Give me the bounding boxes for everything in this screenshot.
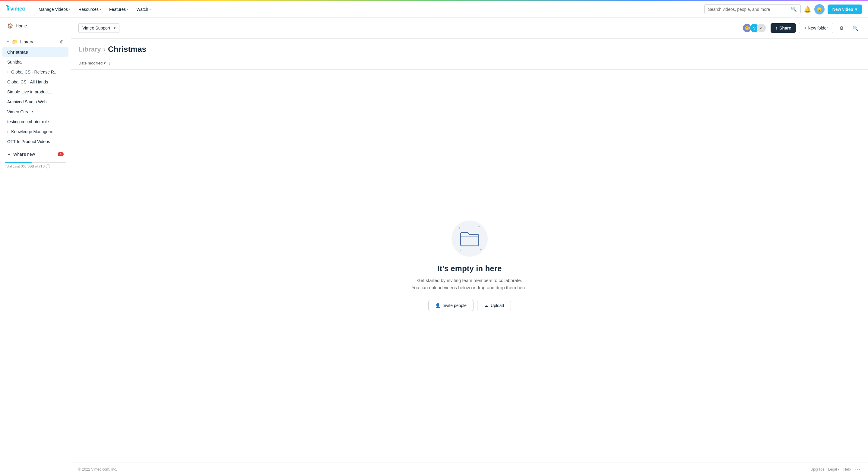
manage-videos-chevron-icon: ▾ [69,7,70,11]
library-collapse-chevron-icon: ▾ [7,40,9,43]
sidebar-item-archived-studio[interactable]: Archived Studio Webi... [2,97,68,107]
storage-section: Total Limit 308.3GB of 7TB i [0,159,71,170]
sidebar-item-global-cs-release[interactable]: › Global CS - Release R... [2,67,68,77]
legal-chevron-icon: ▾ [838,467,840,472]
sort-direction-icon[interactable]: ↓ [108,61,111,65]
sidebar-item-sunitha[interactable]: Sunitha [2,57,68,67]
top-nav: vimeo Manage Videos ▾ Resources ▾ Featur… [0,1,868,18]
knowledge-mgmt-chevron-icon: › [7,130,8,133]
main-topbar: Vimeo Support ▾ 😊 V 20 ↑ Share + New fol… [71,18,868,39]
footer-copyright: © 2022 Vimeo.com, Inc. [79,467,117,472]
breadcrumb: Library › Christmas [79,44,861,54]
list-view-icon[interactable]: ≡ [858,60,861,66]
footer-upgrade-link[interactable]: Upgrade [811,467,825,472]
search-icon: 🔍 [852,25,858,31]
main-footer: © 2022 Vimeo.com, Inc. Upgrade Legal ▾ H… [71,462,868,476]
sidebar-item-vimeo-create[interactable]: Vimeo Create [2,107,68,116]
search-input[interactable] [708,7,791,12]
sidebar-whats-new[interactable]: ✦ What's new 4 [2,149,68,159]
empty-folder-illustration: ✦ ✦ ✦ · [452,220,488,257]
footer-legal-link[interactable]: Legal ▾ [828,467,840,472]
user-avatar[interactable]: 😊 [814,4,825,14]
search-button[interactable]: 🔍 [850,23,861,33]
features-chevron-icon: ▾ [127,7,128,11]
main-content: Vimeo Support ▾ 😊 V 20 ↑ Share + New fol… [71,18,868,476]
folder-header: Library › Christmas [71,39,868,57]
app-body: 🏠 Home ▾ 📁 Library ⊕ Christmas Sunitha › [0,18,868,476]
empty-text-line2: You can upload videos below or drag and … [412,284,528,291]
avatar-group: 😊 V 20 [742,23,766,33]
new-video-chevron-icon: ▾ [855,7,857,12]
empty-text-line1: Get started by inviting team members to … [417,277,522,284]
sidebar-item-home[interactable]: 🏠 Home [2,21,68,31]
sidebar-item-simple-live[interactable]: Simple Live in product... [2,87,68,97]
empty-state: ✦ ✦ ✦ · It's empty in here Get started b… [71,70,868,462]
workspace-selector[interactable]: Vimeo Support ▾ [79,23,119,33]
sparkle-icon: ✦ [7,152,11,157]
invite-icon: 👤 [435,303,440,308]
sparkle-icon-1: ✦ [477,225,480,229]
topbar-actions: 😊 V 20 ↑ Share + New folder ⚙ 🔍 [742,23,861,33]
nav-right: 🔍 🔔 😊 New video ▾ [704,4,862,14]
share-button[interactable]: ↑ Share [771,23,796,33]
resources-chevron-icon: ▾ [100,7,101,11]
footer-more-button[interactable]: ··· [855,466,861,472]
sidebar-home-section: 🏠 Home [0,18,71,34]
nav-left: vimeo Manage Videos ▾ Resources ▾ Featur… [6,4,154,14]
upload-icon: ☁ [484,303,488,308]
search-icon[interactable]: 🔍 [791,6,797,12]
breadcrumb-separator: › [103,45,105,53]
global-cs-release-chevron-icon: › [7,70,8,74]
empty-folder-icon [459,230,480,248]
watch-chevron-icon: ▾ [149,7,151,11]
new-video-button[interactable]: New video ▾ [828,4,862,14]
breadcrumb-current-folder: Christmas [108,44,146,54]
footer-links: Upgrade Legal ▾ Help ··· [811,466,861,472]
sort-selector[interactable]: Date modified ▾ ↓ [79,61,111,65]
share-icon: ↑ [775,26,777,30]
breadcrumb-library-link[interactable]: Library [79,45,101,53]
sparkle-icon-2: ✦ [458,226,461,230]
sort-chevron-icon: ▾ [104,61,106,65]
home-icon: 🏠 [7,23,13,29]
notifications-bell-icon[interactable]: 🔔 [804,6,811,13]
gear-icon: ⚙ [839,25,843,31]
empty-actions: 👤 Invite people ☁ Upload [428,300,511,311]
sidebar-library-section: ▾ 📁 Library ⊕ Christmas Sunitha › Global… [0,34,71,149]
add-library-icon[interactable]: ⊕ [60,39,64,44]
empty-heading: It's empty in here [438,264,502,273]
sidebar-item-christmas[interactable]: Christmas [2,47,68,57]
library-icon: 📁 [12,39,18,44]
avatar-count[interactable]: 20 [757,23,766,33]
storage-info-icon[interactable]: i [46,164,50,168]
sparkle-icon-4: · [460,248,461,252]
nav-manage-videos[interactable]: Manage Videos ▾ [36,5,73,13]
sidebar-item-knowledge-management[interactable]: › Knowledge Managem... [2,127,68,136]
upload-button[interactable]: ☁ Upload [477,300,511,311]
search-bar[interactable]: 🔍 [704,4,801,14]
sidebar: 🏠 Home ▾ 📁 Library ⊕ Christmas Sunitha › [0,18,71,476]
footer-help-link[interactable]: Help [843,467,851,472]
sidebar-item-library[interactable]: ▾ 📁 Library ⊕ [2,36,68,47]
sidebar-item-global-cs-all-hands[interactable]: Global CS - All Hands [2,77,68,87]
nav-watch[interactable]: Watch ▾ [133,5,154,13]
sort-bar: Date modified ▾ ↓ ≡ [71,57,868,70]
invite-people-button[interactable]: 👤 Invite people [428,300,473,311]
nav-features[interactable]: Features ▾ [106,5,131,13]
settings-button[interactable]: ⚙ [836,23,847,33]
storage-text: Total Limit 308.3GB of 7TB i [5,164,66,168]
sparkle-icon-3: ✦ [479,248,482,252]
storage-bar-background [5,162,66,163]
whats-new-badge: 4 [58,152,64,156]
sidebar-item-testing-contributor[interactable]: testing contributor role [2,117,68,127]
svg-text:vimeo: vimeo [10,5,25,12]
new-folder-button[interactable]: + New folder [799,23,833,33]
workspace-chevron-icon: ▾ [114,26,116,30]
vimeo-logo[interactable]: vimeo [6,4,30,14]
sidebar-item-ott[interactable]: OTT In Product Videos [2,137,68,146]
nav-resources[interactable]: Resources ▾ [75,5,104,13]
storage-bar-fill [5,162,32,163]
